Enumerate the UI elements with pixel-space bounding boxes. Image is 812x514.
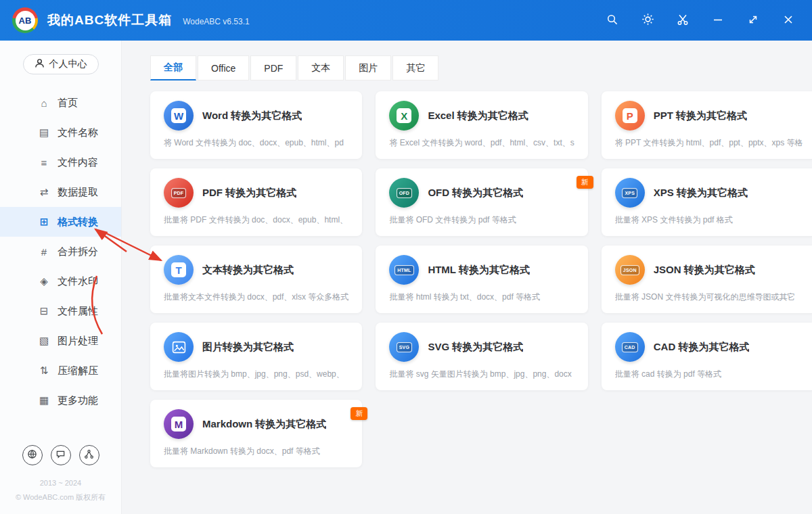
sidebar-item-label: 合并拆分 [58,246,98,258]
tool-card-excel-convert[interactable]: XExcel 转换为其它格式将 Excel 文件转换为 word、pdf、htm… [376,91,587,159]
watermark-icon: ◈ [38,275,50,287]
tool-card-title: PDF 转换为其它格式 [202,187,296,200]
footer-copyright: © WodeABC.com 版权所有 [0,490,121,505]
fullscreen-icon [747,14,759,28]
data-extract-icon: ⇄ [38,186,50,198]
tool-card-desc: 批量将图片转换为 bmp、jpg、png、psd、webp、 [164,369,348,380]
feedback-chat-button[interactable] [51,445,71,465]
tool-card-markdown-convert[interactable]: 新MMarkdown 转换为其它格式批量将 Markdown 转换为 docx、… [150,400,362,467]
tool-card-desc: 批量将 PDF 文件转换为 doc、docx、epub、html、 [164,214,348,226]
sidebar-item-home[interactable]: ⌂首页 [0,88,121,118]
sidebar-item-image-process[interactable]: ▧图片处理 [0,326,121,356]
tool-card-cad-convert[interactable]: CADCAD 转换为其它格式批量将 cad 转换为 pdf 等格式 [602,323,812,390]
tab-text[interactable]: 文本 [298,55,344,80]
image-icon [164,332,194,362]
tab-office[interactable]: Office [198,55,249,80]
sidebar-footer: 2013 ~ 2024 © WodeABC.com 版权所有 [0,476,121,514]
tab-other[interactable]: 其它 [392,55,438,80]
minimize-icon [712,14,724,28]
sidebar-bottom: 2013 ~ 2024 © WodeABC.com 版权所有 [0,445,121,514]
share-button[interactable] [79,445,99,465]
tool-card-title: 文本转换为其它格式 [202,264,294,277]
tool-card-html-convert[interactable]: HTMLHTML 转换为其它格式批量将 html 转换为 txt、docx、pd… [376,246,587,313]
tool-card-title: JSON 转换为其它格式 [654,264,755,277]
sidebar-item-more-features[interactable]: ▦更多功能 [0,386,121,415]
tool-card-ppt-convert[interactable]: PPPT 转换为其它格式将 PPT 文件转换为 html、pdf、ppt、ppt… [602,91,812,159]
tool-card-word-convert[interactable]: WWord 转换为其它格式将 Word 文件转换为 doc、docx、epub、… [150,91,362,159]
tool-card-desc: 批量将 XPS 文件转换为 pdf 格式 [615,214,803,226]
tab-pdf[interactable]: PDF [250,55,296,80]
sidebar-item-file-name[interactable]: ▤文件名称 [0,118,121,147]
sidebar-item-label: 数据提取 [58,186,98,199]
sidebar-item-label: 文件名称 [58,126,98,139]
sidebar-item-file-attr[interactable]: ⊟文件属性 [0,296,121,326]
sidebar-item-merge-split[interactable]: #合并拆分 [0,237,121,266]
tool-card-xps-convert[interactable]: XPSXPS 转换为其它格式批量将 XPS 文件转换为 pdf 格式 [602,168,812,236]
tool-card-ofd-convert[interactable]: 新OFDOFD 转换为其它格式批量将 OFD 文件转换为 pdf 等格式 [376,168,587,236]
tool-card-desc: 批量将 cad 转换为 pdf 等格式 [615,369,803,380]
more-features-icon: ▦ [38,394,50,406]
tool-card-title: Excel 转换为其它格式 [428,110,528,122]
sidebar-item-watermark[interactable]: ◈文件水印 [0,266,121,296]
search-button[interactable] [602,10,623,30]
browser-button[interactable] [22,445,43,465]
file-attr-icon: ⊟ [38,305,50,317]
tab-all[interactable]: 全部 [150,55,196,80]
sidebar-item-label: 更多功能 [58,394,98,407]
sidebar-item-format-convert[interactable]: ⊞格式转换 [0,207,121,237]
tool-card-svg-convert[interactable]: SVGSVG 转换为其它格式批量将 svg 矢量图片转换为 bmp、jpg、pn… [376,323,587,390]
tool-card-text-convert[interactable]: T文本转换为其它格式批量将文本文件转换为 docx、pdf、xlsx 等众多格式 [150,246,362,313]
merge-split-icon: # [38,246,50,258]
svg-icon: SVG [389,332,419,362]
app-logo-icon: AB [12,7,38,33]
image-process-icon: ▧ [38,335,50,347]
tool-grid: WWord 转换为其它格式将 Word 文件转换为 doc、docx、epub、… [150,91,786,467]
settings-button[interactable] [637,10,658,30]
sidebar-item-label: 文件属性 [58,305,98,318]
sidebar-item-data-extract[interactable]: ⇄数据提取 [0,177,121,207]
tool-card-desc: 将 Word 文件转换为 doc、docx、epub、html、pd [164,137,348,149]
sidebar-item-file-content[interactable]: ≡文件内容 [0,147,121,177]
format-convert-icon: ⊞ [38,216,50,228]
close-button[interactable] [778,10,798,30]
sidebar-item-label: 首页 [58,97,78,110]
cad-icon: CAD [615,332,645,362]
sidebar-item-compress[interactable]: ⇅压缩解压 [0,356,121,386]
xps-icon: XPS [615,178,645,208]
tab-image[interactable]: 图片 [345,55,391,80]
tool-card-desc: 将 Excel 文件转换为 word、pdf、html、csv、txt、s [389,137,574,149]
app-version: WodeABC v6.53.1 [183,17,250,26]
text-icon: T [164,255,194,285]
sidebar: 个人中心 ⌂首页▤文件名称≡文件内容⇄数据提取⊞格式转换#合并拆分◈文件水印⊟文… [0,41,122,514]
tool-card-desc: 将 PPT 文件转换为 html、pdf、ppt、pptx、xps 等格 [615,137,803,149]
html-icon: HTML [389,255,419,285]
titlebar-actions [602,10,798,30]
personal-center-button[interactable]: 个人中心 [23,54,99,74]
pdf-icon: PDF [164,178,194,208]
app-title: 我的ABC软件工具箱 [47,11,172,29]
tool-card-desc: 批量将 JSON 文件转换为可视化的思维导图或其它 [615,291,803,303]
sidebar-menu: ⌂首页▤文件名称≡文件内容⇄数据提取⊞格式转换#合并拆分◈文件水印⊟文件属性▧图… [0,88,121,415]
compress-icon: ⇅ [38,365,50,377]
fullscreen-button[interactable] [743,10,763,30]
tool-card-title: CAD 转换为其它格式 [654,341,750,354]
excel-icon: X [389,101,419,131]
tool-card-title: PPT 转换为其它格式 [654,110,747,122]
tool-card-title: Word 转换为其它格式 [202,110,302,122]
tool-card-desc: 批量将文本文件转换为 docx、pdf、xlsx 等众多格式 [164,291,348,303]
tool-card-title: SVG 转换为其它格式 [428,341,523,354]
minimize-button[interactable] [708,10,728,30]
file-content-icon: ≡ [38,157,50,168]
tool-card-pdf-convert[interactable]: PDFPDF 转换为其它格式批量将 PDF 文件转换为 doc、docx、epu… [150,168,362,236]
footer-years: 2013 ~ 2024 [0,476,121,490]
boss-key-button[interactable] [673,10,693,30]
tool-card-desc: 批量将 svg 矢量图片转换为 bmp、jpg、png、docx [389,369,574,380]
tool-card-title: Markdown 转换为其它格式 [202,418,326,431]
person-icon [35,58,45,70]
sidebar-item-label: 图片处理 [58,335,98,348]
tool-card-image-convert[interactable]: 图片转换为其它格式批量将图片转换为 bmp、jpg、png、psd、webp、 [150,323,362,390]
titlebar: AB 我的ABC软件工具箱 WodeABC v6.53.1 [0,0,812,41]
tool-card-json-convert[interactable]: JSONJSON 转换为其它格式批量将 JSON 文件转换为可视化的思维导图或其… [602,246,812,313]
file-name-icon: ▤ [38,126,50,139]
tool-card-title: 图片转换为其它格式 [202,341,294,354]
